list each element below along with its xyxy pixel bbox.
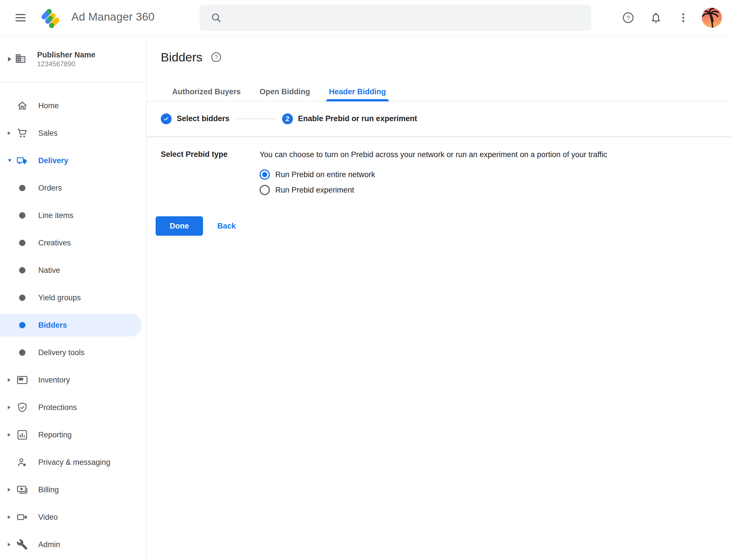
top-app-bar: Ad Manager 360 ?	[0, 0, 731, 35]
radio-experiment[interactable]: Run Prebid experiment	[260, 185, 607, 195]
tab-open-bidding[interactable]: Open Bidding	[257, 83, 313, 101]
cart-icon	[17, 127, 28, 139]
chevron-right-icon	[8, 378, 10, 382]
sidebar-item-native[interactable]: Native	[0, 259, 146, 282]
page-header: Bidders ?	[147, 36, 731, 65]
publisher-selector[interactable]: Publisher Name 1234567890	[0, 36, 146, 83]
step-enable-prebid[interactable]: 2 Enable Prebid or run experiment	[282, 113, 417, 124]
chevron-right-icon	[8, 433, 10, 437]
banknote-icon	[17, 484, 28, 495]
app-title: Ad Manager 360	[71, 11, 155, 23]
main-content: Bidders ? Authorized Buyers Open Bidding…	[147, 36, 731, 560]
prebid-type-section: Select Prebid type You can choose to tur…	[147, 136, 731, 195]
page-title: Bidders	[161, 50, 203, 64]
sidebar-item-protections[interactable]: Protections	[0, 396, 146, 419]
bullet-icon	[19, 349, 25, 356]
step-select-bidders[interactable]: Select bidders	[161, 113, 230, 124]
sidebar-item-billing[interactable]: Billing	[0, 478, 146, 501]
avatar[interactable]	[702, 8, 722, 28]
chevron-right-icon	[8, 131, 10, 135]
video-camera-icon	[17, 511, 28, 523]
building-icon	[15, 53, 26, 65]
sidebar-item-inventory[interactable]: Inventory	[0, 369, 146, 391]
back-button[interactable]: Back	[217, 222, 236, 231]
bullet-icon	[19, 185, 25, 191]
form-actions: Done Back	[147, 216, 731, 236]
chevron-right-icon	[8, 515, 10, 519]
bullet-icon	[19, 212, 25, 219]
bullet-icon	[19, 267, 25, 273]
help-icon[interactable]: ?	[622, 11, 634, 24]
more-vertical-icon[interactable]	[677, 11, 690, 24]
bullet-icon	[19, 240, 25, 246]
sidebar-item-line-items[interactable]: Line items	[0, 204, 146, 227]
radio-entire-network[interactable]: Run Prebid on entire network	[260, 169, 607, 180]
sidebar-item-orders[interactable]: Orders	[0, 177, 146, 199]
chevron-right-icon	[8, 406, 10, 409]
truck-icon	[17, 155, 28, 166]
radio-selected-icon[interactable]	[260, 169, 270, 180]
sidebar-item-video[interactable]: Video	[0, 506, 146, 529]
step-number: 2	[282, 113, 293, 124]
sidebar-item-bidders[interactable]: Bidders	[0, 314, 142, 337]
palm-tree-photo	[702, 8, 722, 28]
chevron-right-icon	[8, 488, 10, 491]
chevron-down-icon	[8, 159, 11, 162]
bullet-icon	[19, 295, 25, 301]
page-help-icon[interactable]: ?	[211, 51, 222, 63]
field-description: You can choose to turn on Prebid across …	[260, 149, 607, 160]
sidebar-item-yield-groups[interactable]: Yield groups	[0, 286, 146, 309]
menu-icon[interactable]	[15, 12, 26, 23]
ad-manager-logo-icon	[41, 7, 60, 30]
sidebar: Publisher Name 1234567890 Home Sales	[0, 36, 147, 560]
tab-header-bidding[interactable]: Header Bidding	[326, 83, 389, 101]
svg-text:?: ?	[215, 54, 218, 60]
sidebar-item-privacy-messaging[interactable]: Privacy & messaging	[0, 451, 146, 474]
sidebar-item-reporting[interactable]: Reporting	[0, 423, 146, 446]
sidebar-item-creatives[interactable]: Creatives	[0, 231, 146, 254]
svg-text:?: ?	[626, 14, 630, 21]
sidebar-item-sales[interactable]: Sales	[0, 122, 146, 145]
wrench-icon	[17, 539, 28, 550]
publisher-name: Publisher Name	[37, 50, 95, 60]
sidebar-item-delivery-tools[interactable]: Delivery tools	[0, 341, 146, 364]
step-check-icon	[161, 113, 172, 124]
ad-unit-icon	[17, 374, 28, 386]
sidebar-item-delivery[interactable]: Delivery	[0, 149, 146, 172]
chevron-right-icon	[8, 543, 10, 546]
sidebar-item-home[interactable]: Home	[0, 94, 146, 117]
shield-check-icon	[17, 402, 28, 413]
search-icon	[211, 12, 222, 23]
notifications-icon[interactable]	[650, 11, 662, 24]
publisher-id: 1234567890	[37, 60, 95, 68]
bullet-icon	[19, 322, 25, 328]
prebid-type-radio-group: Run Prebid on entire network Run Prebid …	[260, 169, 607, 195]
chevron-right-icon	[8, 57, 11, 61]
step-connector	[235, 119, 277, 119]
bar-chart-icon	[17, 429, 28, 441]
global-search	[200, 5, 591, 31]
home-icon	[17, 100, 28, 111]
sidebar-nav: Home Sales	[0, 83, 146, 556]
done-button[interactable]: Done	[156, 216, 203, 236]
person-badge-icon	[17, 457, 28, 468]
stepper: Select bidders 2 Enable Prebid or run ex…	[147, 101, 731, 136]
tab-bar: Authorized Buyers Open Bidding Header Bi…	[147, 83, 731, 101]
field-label: Select Prebid type	[161, 149, 260, 195]
sidebar-item-admin[interactable]: Admin	[0, 533, 146, 556]
radio-unselected-icon[interactable]	[260, 185, 270, 195]
search-input[interactable]	[230, 13, 583, 23]
tab-authorized-buyers[interactable]: Authorized Buyers	[169, 83, 244, 101]
